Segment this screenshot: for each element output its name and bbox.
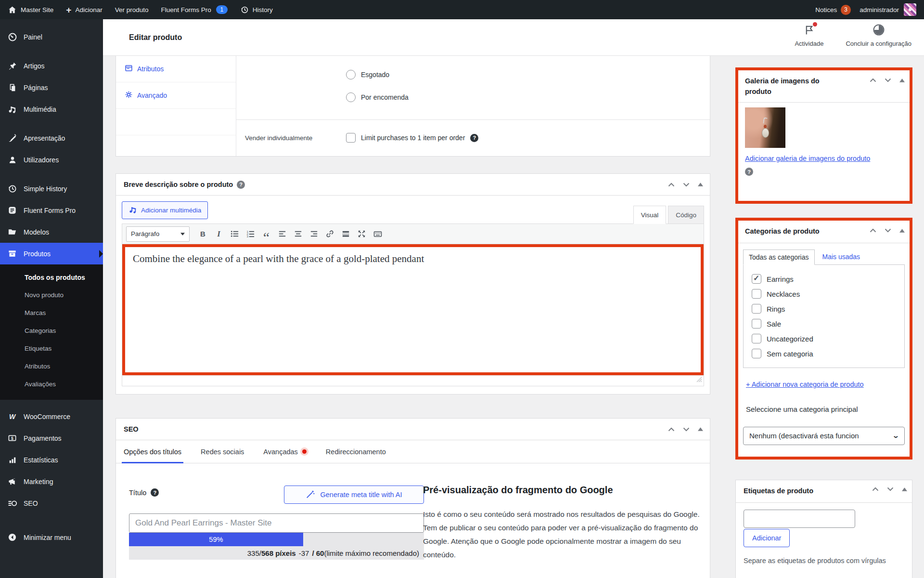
align-right-button[interactable] (307, 226, 321, 241)
tab-avancado[interactable]: Avançado (116, 82, 236, 109)
sidebar-item-paginas[interactable]: Páginas (0, 77, 103, 98)
notification-dot (813, 22, 817, 26)
primary-category-label: Seleccione uma categoria principal (746, 405, 902, 413)
category-checkbox[interactable] (752, 289, 761, 299)
admin-bar-view-product[interactable]: Ver produto (115, 6, 149, 13)
resize-grip[interactable] (696, 376, 702, 384)
italic-button[interactable]: I (211, 226, 226, 241)
sidebar-item-utilizadores[interactable]: Utilizadores (0, 149, 103, 171)
sidebar-item-multimedia[interactable]: Multimédia (0, 98, 103, 120)
tab-opcoes-dos-titulos[interactable]: Opções dos títulos (124, 440, 181, 463)
keyboard-shortcuts-button[interactable] (370, 226, 385, 241)
sold-individually-checkbox[interactable] (346, 133, 356, 143)
admin-bar-history[interactable]: History (240, 5, 273, 14)
sidebar-item-estatisticas[interactable]: Estatísticas (0, 449, 103, 471)
help-icon[interactable]: ? (745, 168, 753, 176)
radio-esgotado[interactable] (346, 70, 356, 79)
gallery-image-thumbnail[interactable] (745, 107, 785, 148)
category-checkbox[interactable] (752, 319, 761, 328)
help-icon[interactable]: ? (237, 181, 245, 189)
tab-redireccionamento[interactable]: Redireccionamento (326, 440, 386, 463)
add-media-button[interactable]: Adicionar multimédia (122, 201, 208, 219)
tab-atributos[interactable]: Atributos (116, 56, 236, 82)
submenu-marcas[interactable]: Marcas (0, 304, 103, 322)
move-up-button[interactable] (668, 427, 675, 432)
admin-bar-notices[interactable]: Notices 3 (815, 5, 851, 15)
finish-setup-button[interactable]: Concluir a configuração (846, 24, 911, 47)
sidebar-item-artigos[interactable]: Artigos (0, 55, 103, 77)
radio-por-encomenda[interactable] (346, 92, 356, 102)
short-description-editor-area[interactable]: Combine the elegance of a pearl with the… (122, 244, 704, 375)
link-button[interactable] (322, 226, 337, 241)
sidebar-item-woocommerce[interactable]: W WooCommerce (0, 406, 103, 427)
add-gallery-images-link[interactable]: Adicionar galeria de imagens do produto (745, 155, 870, 162)
sidebar-item-fluent-forms[interactable]: Fluent Forms Pro (0, 199, 103, 221)
submenu-todos-os-produtos[interactable]: Todos os produtos (0, 268, 103, 286)
align-left-button[interactable] (275, 226, 290, 241)
blockquote-button[interactable]: “ (259, 226, 274, 241)
tab-avancadas[interactable]: Avançadas (263, 440, 306, 463)
admin-bar-account[interactable]: administrador (860, 3, 916, 16)
category-checkbox[interactable] (752, 349, 761, 358)
category-checkbox[interactable] (752, 304, 761, 314)
move-down-button[interactable] (885, 228, 891, 233)
category-checkbox[interactable] (752, 334, 761, 343)
add-new-category-link[interactable]: + Adicionar nova categoria de produto (746, 381, 864, 388)
move-down-button[interactable] (885, 78, 891, 82)
move-down-button[interactable] (683, 427, 690, 432)
collapse-toggle[interactable] (698, 183, 703, 186)
sidebar-item-seo[interactable]: SEO (0, 492, 103, 514)
sidebar-item-simple-history[interactable]: Simple History (0, 178, 103, 199)
tab-label: Redes sociais (201, 448, 244, 456)
tab-todas-as-categorias[interactable]: Todas as categorias (743, 250, 815, 265)
move-down-button[interactable] (887, 487, 894, 491)
tab-mais-usadas[interactable]: Mais usadas (822, 253, 860, 264)
sidebar-item-produtos[interactable]: Produtos (0, 243, 103, 264)
sidebar-item-modelos[interactable]: Modelos (0, 221, 103, 243)
sidebar-item-apresentacao[interactable]: Apresentação (0, 127, 103, 149)
read-more-button[interactable] (338, 226, 353, 241)
submenu-etiquetas[interactable]: Etiquetas (0, 340, 103, 357)
align-center-button[interactable] (291, 226, 306, 241)
move-up-button[interactable] (870, 78, 876, 82)
collapse-toggle[interactable] (902, 487, 907, 491)
move-up-button[interactable] (872, 487, 879, 491)
submenu-novo-produto[interactable]: Novo produto (0, 286, 103, 304)
add-tag-button[interactable]: Adicionar (744, 529, 790, 547)
meta-title-input[interactable] (129, 513, 424, 533)
collapse-toggle[interactable] (698, 427, 703, 431)
sidebar-item-marketing[interactable]: Marketing (0, 471, 103, 492)
bullet-list-button[interactable] (227, 226, 242, 241)
activity-button[interactable]: Actividade (795, 24, 823, 47)
collapse-toggle[interactable] (899, 79, 905, 82)
paragraph-select[interactable]: Parágrafo (126, 226, 190, 242)
move-up-button[interactable] (668, 183, 675, 187)
svg-text:3: 3 (246, 235, 248, 238)
primary-category-select[interactable]: Nenhum (desactivará esta funcion ⌄ (743, 427, 905, 445)
generate-meta-title-ai-button[interactable]: Generate meta title with AI (284, 486, 424, 504)
admin-bar-fluent-forms[interactable]: Fluent Forms Pro 1 (161, 5, 227, 14)
submenu-atributos[interactable]: Atributos (0, 357, 103, 375)
tab-label: Opções dos títulos (124, 448, 181, 456)
help-icon[interactable]: ? (151, 488, 159, 497)
sidebar-item-pagamentos[interactable]: $ Pagamentos (0, 427, 103, 449)
sidebar-item-painel[interactable]: Painel (0, 26, 103, 48)
bold-button[interactable]: B (195, 226, 210, 241)
submenu-categorias[interactable]: Categorias (0, 322, 103, 340)
tab-redes-sociais[interactable]: Redes sociais (201, 440, 244, 463)
admin-bar-add-new[interactable]: + Adicionar (66, 5, 102, 14)
move-up-button[interactable] (870, 228, 876, 233)
sidebar-item-minimizar-menu[interactable]: Minimizar menu (0, 526, 103, 548)
tab-visual[interactable]: Visual (633, 206, 667, 224)
submenu-avaliacoes[interactable]: Avaliações (0, 375, 103, 393)
collapse-toggle[interactable] (899, 229, 905, 233)
move-down-button[interactable] (683, 183, 690, 187)
tab-codigo[interactable]: Código (668, 206, 704, 224)
admin-bar-site[interactable]: Master Site (8, 5, 53, 14)
meter-fill: 59% (129, 533, 303, 546)
numbered-list-button[interactable]: 123 (243, 226, 258, 241)
fullscreen-button[interactable] (354, 226, 369, 241)
help-icon[interactable]: ? (470, 134, 478, 142)
tag-input[interactable] (744, 510, 855, 528)
category-checkbox[interactable] (752, 274, 761, 284)
